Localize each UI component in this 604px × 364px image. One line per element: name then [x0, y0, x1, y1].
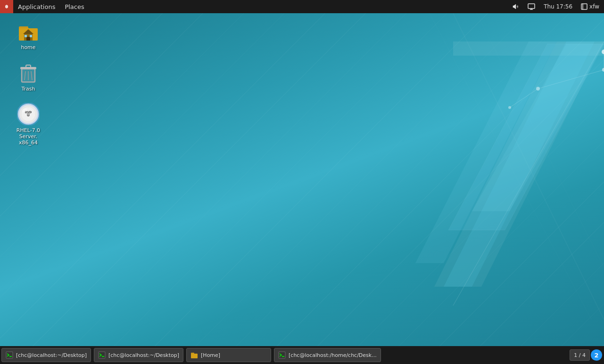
home-folder-icon	[17, 20, 40, 42]
panel-right: Thu 17:56 xfw	[509, 0, 604, 13]
svg-rect-28	[26, 37, 30, 41]
workspace-indicator[interactable]: 1 / 4	[570, 349, 590, 361]
datetime[interactable]: Thu 17:56	[541, 0, 575, 13]
desktop-icon-home[interactable]: home	[9, 18, 47, 52]
svg-rect-51	[191, 353, 194, 354]
top-panel: Applications Places Thu 17:56	[0, 0, 604, 13]
rhel-graphic	[274, 13, 604, 320]
taskbar: [chc@localhost:~/Desktop] [chc@localhost…	[0, 346, 604, 364]
dvd-icon-label: RHEL-7.0 Server. x86_64	[11, 127, 45, 146]
rhel-logo[interactable]	[0, 0, 13, 13]
display-icon[interactable]	[525, 0, 538, 13]
workspace-pager-button[interactable]: 2	[591, 349, 602, 361]
panel-left: Applications Places	[0, 0, 89, 13]
volume-icon[interactable]	[509, 0, 521, 13]
svg-rect-30	[30, 35, 32, 37]
applications-menu[interactable]: Applications	[13, 0, 60, 13]
svg-rect-50	[191, 354, 198, 358]
folder-icon-taskbar	[190, 351, 198, 359]
xfw-label[interactable]: xfw	[579, 0, 602, 13]
trash-icon-label: Trash	[21, 86, 35, 92]
svg-rect-29	[25, 35, 27, 37]
desktop: home Trash	[0, 13, 604, 346]
taskbar-right: 1 / 4 2	[570, 349, 604, 361]
taskbar-item-term3[interactable]: [chc@localhost:/home/chc/Desk...	[274, 348, 381, 362]
home-icon-label: home	[21, 44, 35, 50]
desktop-icon-trash[interactable]: Trash	[9, 59, 47, 94]
terminal-icon-3	[278, 351, 286, 359]
svg-rect-34	[26, 65, 31, 67]
taskbar-item-home[interactable]: [Home]	[186, 348, 271, 362]
dvd-disc-icon: DVD	[17, 103, 40, 125]
svg-point-44	[27, 113, 30, 116]
svg-rect-1	[528, 4, 535, 8]
taskbar-item-term1[interactable]: [chc@localhost:~/Desktop]	[1, 348, 91, 362]
terminal-icon-2	[98, 351, 106, 359]
terminal-icon-1	[6, 351, 13, 359]
taskbar-item-term2[interactable]: [chc@localhost:~/Desktop]	[94, 348, 183, 362]
trash-bin-icon	[17, 61, 40, 84]
svg-rect-4	[581, 4, 587, 9]
desktop-icon-dvd[interactable]: DVD RHEL-7.0 Server. x86_64	[9, 101, 47, 148]
desktop-icons: home Trash	[9, 18, 47, 148]
places-menu[interactable]: Places	[60, 0, 89, 13]
